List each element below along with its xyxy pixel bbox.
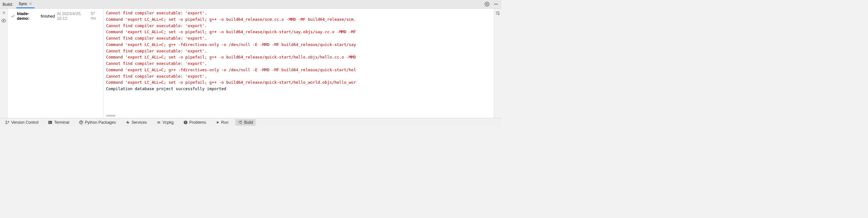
svg-point-0 (486, 3, 488, 5)
tool-window-build[interactable]: Build (235, 119, 255, 126)
svg-rect-1 (494, 4, 498, 4)
left-gutter (0, 9, 8, 118)
console-line: Command 'export LC_ALL=C; g++ -fdirectiv… (106, 67, 491, 73)
pin-icon[interactable] (2, 10, 6, 15)
tool-window-label: Vcpkg (162, 120, 174, 125)
vcpkg-icon (156, 120, 161, 125)
build-status: finished (40, 14, 55, 19)
services-icon (125, 120, 130, 125)
tool-window-label: Python Packages (85, 120, 116, 125)
bottom-toolbar: Version ControlTerminalPython PackagesSe… (0, 118, 501, 126)
svg-marker-7 (126, 120, 130, 124)
gear-icon[interactable] (484, 1, 491, 8)
tab-sync-label: Sync (19, 2, 28, 6)
svg-rect-13 (185, 123, 186, 124)
console-line: Command 'export LC_ALL=C; g++ -fdirectiv… (106, 42, 491, 48)
tool-window-label: Problems (189, 120, 206, 125)
problems-icon (183, 120, 188, 125)
svg-rect-12 (185, 121, 186, 123)
branch-icon (5, 120, 9, 125)
right-gutter (494, 9, 501, 118)
console-line: Command 'export LC_ALL=C; set -o pipefai… (106, 16, 491, 23)
console-line: Cannot find compiler executable: 'export… (106, 35, 491, 42)
check-icon (11, 14, 15, 18)
tool-window-python-packages[interactable]: Python Packages (76, 119, 119, 126)
tool-window-run[interactable]: Run (213, 119, 231, 126)
build-timestamp: At 2023/4/25, 10:12 (57, 11, 89, 21)
run-icon (216, 120, 220, 124)
build-duration: 57 ms (91, 11, 100, 21)
tool-window-vcpkg[interactable]: Vcpkg (154, 119, 176, 126)
tool-window-services[interactable]: Services (123, 119, 150, 126)
svg-point-2 (3, 20, 4, 21)
console-line: Cannot find compiler executable: 'export… (106, 60, 491, 67)
tool-window-label: Version Control (11, 120, 38, 125)
tool-window-version-control[interactable]: Version Control (3, 119, 41, 126)
console-line: Cannot find compiler executable: 'export… (106, 73, 491, 80)
close-icon[interactable] (29, 2, 32, 5)
console-line: Command 'export LC_ALL=C; set -o pipefai… (106, 54, 491, 60)
tool-window-label: Build (244, 120, 253, 125)
console-line: Command 'export LC_ALL=C; set -o pipefai… (106, 79, 491, 86)
svg-marker-14 (217, 121, 219, 124)
main-area: blade-demo: finished At 2023/4/25, 10:12… (0, 9, 501, 118)
packages-icon (79, 120, 83, 125)
project-name: blade-demo: (17, 11, 39, 21)
tab-sync[interactable]: Sync (16, 0, 35, 8)
svg-rect-6 (49, 121, 52, 124)
minimize-icon[interactable] (492, 1, 499, 8)
build-tree: blade-demo: finished At 2023/4/25, 10:12… (8, 9, 103, 118)
console-line: Compilation database project successfull… (106, 86, 491, 92)
tool-window-label: Services (131, 120, 147, 125)
tool-window-label: Terminal (54, 120, 69, 125)
console-output[interactable]: Cannot find compiler executable: 'export… (103, 9, 494, 118)
build-label: Build: (3, 2, 13, 7)
tool-window-label: Run (221, 120, 229, 125)
console-line: Command 'export LC_ALL=C; set -o pipefai… (106, 29, 491, 35)
console-pane: Cannot find compiler executable: 'export… (103, 9, 501, 118)
eye-icon[interactable] (1, 18, 6, 23)
build-icon (238, 120, 242, 125)
console-line: Cannot find compiler executable: 'export… (106, 10, 491, 16)
horizontal-scrollbar[interactable] (106, 115, 116, 117)
console-line: Cannot find compiler executable: 'export… (106, 48, 491, 54)
softwrap-icon[interactable] (495, 10, 500, 15)
terminal-icon (48, 120, 52, 125)
build-task-row[interactable]: blade-demo: finished At 2023/4/25, 10:12… (11, 10, 100, 21)
tool-window-problems[interactable]: Problems (181, 119, 209, 126)
console-line: Cannot find compiler executable: 'export… (106, 23, 491, 29)
build-header: Build: Sync (0, 0, 501, 9)
tool-window-terminal[interactable]: Terminal (45, 119, 71, 126)
